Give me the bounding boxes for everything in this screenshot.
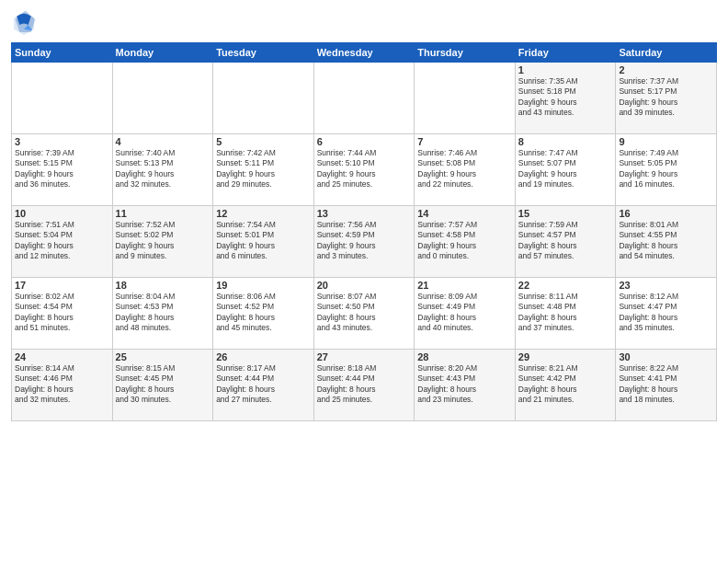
day-info: Sunrise: 7:47 AM Sunset: 5:07 PM Dayligh… (518, 148, 613, 190)
calendar-cell: 26Sunrise: 8:17 AM Sunset: 4:44 PM Dayli… (213, 350, 314, 421)
day-number: 29 (518, 351, 613, 362)
day-number: 26 (216, 351, 311, 362)
day-number: 16 (619, 208, 713, 219)
day-number: 2 (619, 64, 713, 75)
day-number: 24 (15, 351, 109, 362)
day-info: Sunrise: 7:57 AM Sunset: 4:58 PM Dayligh… (417, 220, 512, 262)
calendar-header-friday: Friday (515, 43, 616, 63)
calendar-cell: 5Sunrise: 7:42 AM Sunset: 5:11 PM Daylig… (213, 134, 314, 206)
day-info: Sunrise: 8:17 AM Sunset: 4:44 PM Dayligh… (216, 363, 311, 406)
calendar-cell: 19Sunrise: 8:06 AM Sunset: 4:52 PM Dayli… (213, 278, 314, 350)
calendar-cell: 3Sunrise: 7:39 AM Sunset: 5:15 PM Daylig… (12, 134, 113, 206)
calendar-cell: 16Sunrise: 8:01 AM Sunset: 4:55 PM Dayli… (616, 206, 717, 278)
calendar-cell: 1Sunrise: 7:35 AM Sunset: 5:18 PM Daylig… (515, 63, 616, 134)
day-number: 3 (15, 136, 109, 147)
calendar-header-monday: Monday (112, 43, 213, 63)
calendar-header-sunday: Sunday (12, 43, 113, 63)
day-number: 5 (216, 136, 311, 147)
calendar-cell: 12Sunrise: 7:54 AM Sunset: 5:01 PM Dayli… (213, 206, 314, 278)
calendar-week-4: 17Sunrise: 8:02 AM Sunset: 4:54 PM Dayli… (12, 278, 717, 350)
day-info: Sunrise: 8:01 AM Sunset: 4:55 PM Dayligh… (619, 220, 713, 262)
day-number: 8 (518, 136, 613, 147)
day-info: Sunrise: 8:07 AM Sunset: 4:50 PM Dayligh… (317, 292, 412, 334)
day-number: 12 (216, 208, 311, 219)
calendar-week-3: 10Sunrise: 7:51 AM Sunset: 5:04 PM Dayli… (12, 206, 717, 278)
calendar-cell: 17Sunrise: 8:02 AM Sunset: 4:54 PM Dayli… (12, 278, 113, 350)
calendar-cell: 27Sunrise: 8:18 AM Sunset: 4:44 PM Dayli… (313, 350, 415, 421)
calendar-cell: 29Sunrise: 8:21 AM Sunset: 4:42 PM Dayli… (515, 350, 616, 421)
day-number: 23 (619, 280, 713, 291)
main-container: SundayMondayTuesdayWednesdayThursdayFrid… (0, 0, 728, 563)
day-number: 6 (317, 136, 412, 147)
calendar-cell: 15Sunrise: 7:59 AM Sunset: 4:57 PM Dayli… (515, 206, 616, 278)
calendar-week-2: 3Sunrise: 7:39 AM Sunset: 5:15 PM Daylig… (12, 134, 717, 206)
calendar-cell: 8Sunrise: 7:47 AM Sunset: 5:07 PM Daylig… (515, 134, 616, 206)
calendar-cell: 22Sunrise: 8:11 AM Sunset: 4:48 PM Dayli… (515, 278, 616, 350)
calendar-cell (112, 63, 213, 134)
calendar-cell (415, 63, 516, 134)
day-info: Sunrise: 7:44 AM Sunset: 5:10 PM Dayligh… (317, 148, 412, 190)
calendar-cell: 20Sunrise: 8:07 AM Sunset: 4:50 PM Dayli… (313, 278, 415, 350)
day-info: Sunrise: 7:35 AM Sunset: 5:18 PM Dayligh… (518, 76, 613, 119)
day-info: Sunrise: 7:39 AM Sunset: 5:15 PM Dayligh… (15, 148, 109, 190)
day-number: 7 (417, 136, 512, 147)
calendar-cell: 23Sunrise: 8:12 AM Sunset: 4:47 PM Dayli… (616, 278, 717, 350)
day-info: Sunrise: 7:46 AM Sunset: 5:08 PM Dayligh… (417, 148, 512, 190)
calendar-cell: 14Sunrise: 7:57 AM Sunset: 4:58 PM Dayli… (415, 206, 516, 278)
day-info: Sunrise: 8:21 AM Sunset: 4:42 PM Dayligh… (518, 363, 613, 406)
day-number: 25 (116, 351, 210, 362)
calendar-cell: 6Sunrise: 7:44 AM Sunset: 5:10 PM Daylig… (313, 134, 415, 206)
calendar-cell: 2Sunrise: 7:37 AM Sunset: 5:17 PM Daylig… (616, 63, 717, 134)
day-number: 17 (15, 280, 109, 291)
day-info: Sunrise: 7:54 AM Sunset: 5:01 PM Dayligh… (216, 220, 311, 262)
day-number: 10 (15, 208, 109, 219)
calendar-header-row: SundayMondayTuesdayWednesdayThursdayFrid… (12, 43, 717, 63)
day-info: Sunrise: 8:09 AM Sunset: 4:49 PM Dayligh… (417, 292, 512, 334)
day-info: Sunrise: 7:59 AM Sunset: 4:57 PM Dayligh… (518, 220, 613, 262)
day-number: 27 (317, 351, 412, 362)
day-number: 18 (116, 280, 210, 291)
day-info: Sunrise: 7:49 AM Sunset: 5:05 PM Dayligh… (619, 148, 713, 190)
logo (11, 9, 40, 35)
day-info: Sunrise: 7:56 AM Sunset: 4:59 PM Dayligh… (317, 220, 412, 262)
day-info: Sunrise: 8:04 AM Sunset: 4:53 PM Dayligh… (116, 292, 210, 334)
day-info: Sunrise: 8:15 AM Sunset: 4:45 PM Dayligh… (116, 363, 210, 406)
calendar-cell: 18Sunrise: 8:04 AM Sunset: 4:53 PM Dayli… (112, 278, 213, 350)
day-number: 30 (619, 351, 713, 362)
calendar-cell (12, 63, 113, 134)
calendar-header-tuesday: Tuesday (213, 43, 314, 63)
calendar-table: SundayMondayTuesdayWednesdayThursdayFrid… (11, 42, 717, 421)
calendar-week-5: 24Sunrise: 8:14 AM Sunset: 4:46 PM Dayli… (12, 350, 717, 421)
day-info: Sunrise: 8:06 AM Sunset: 4:52 PM Dayligh… (216, 292, 311, 334)
day-number: 13 (317, 208, 412, 219)
header (11, 9, 717, 35)
calendar-cell: 24Sunrise: 8:14 AM Sunset: 4:46 PM Dayli… (12, 350, 113, 421)
calendar-week-1: 1Sunrise: 7:35 AM Sunset: 5:18 PM Daylig… (12, 63, 717, 134)
day-info: Sunrise: 7:52 AM Sunset: 5:02 PM Dayligh… (116, 220, 210, 262)
day-info: Sunrise: 8:11 AM Sunset: 4:48 PM Dayligh… (518, 292, 613, 334)
day-info: Sunrise: 8:14 AM Sunset: 4:46 PM Dayligh… (15, 363, 109, 406)
day-number: 9 (619, 136, 713, 147)
calendar-header-wednesday: Wednesday (313, 43, 415, 63)
day-number: 19 (216, 280, 311, 291)
day-info: Sunrise: 8:02 AM Sunset: 4:54 PM Dayligh… (15, 292, 109, 334)
day-number: 11 (116, 208, 210, 219)
day-info: Sunrise: 8:12 AM Sunset: 4:47 PM Dayligh… (619, 292, 713, 334)
day-info: Sunrise: 7:40 AM Sunset: 5:13 PM Dayligh… (116, 148, 210, 190)
calendar-cell: 25Sunrise: 8:15 AM Sunset: 4:45 PM Dayli… (112, 350, 213, 421)
calendar-header-saturday: Saturday (616, 43, 717, 63)
day-number: 4 (116, 136, 210, 147)
calendar-cell (213, 63, 314, 134)
calendar-cell: 28Sunrise: 8:20 AM Sunset: 4:43 PM Dayli… (415, 350, 516, 421)
logo-icon (11, 9, 37, 35)
day-number: 20 (317, 280, 412, 291)
calendar-cell: 30Sunrise: 8:22 AM Sunset: 4:41 PM Dayli… (616, 350, 717, 421)
day-number: 21 (417, 280, 512, 291)
day-number: 14 (417, 208, 512, 219)
day-number: 15 (518, 208, 613, 219)
calendar-cell: 7Sunrise: 7:46 AM Sunset: 5:08 PM Daylig… (415, 134, 516, 206)
day-info: Sunrise: 8:22 AM Sunset: 4:41 PM Dayligh… (619, 363, 713, 406)
day-info: Sunrise: 7:51 AM Sunset: 5:04 PM Dayligh… (15, 220, 109, 262)
day-info: Sunrise: 7:42 AM Sunset: 5:11 PM Dayligh… (216, 148, 311, 190)
calendar-cell: 10Sunrise: 7:51 AM Sunset: 5:04 PM Dayli… (12, 206, 113, 278)
